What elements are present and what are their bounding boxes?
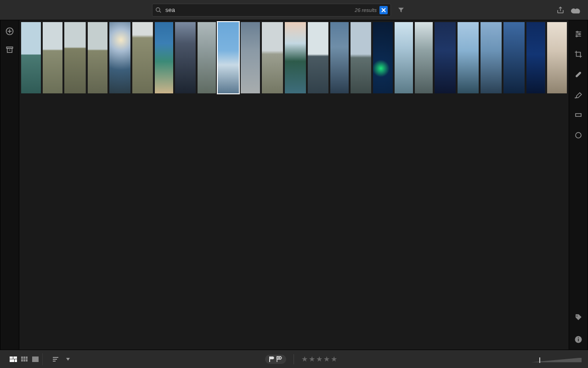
brush-icon[interactable] — [573, 89, 584, 100]
photo-thumbnail[interactable] — [308, 22, 328, 93]
photo-thumbnail[interactable] — [262, 22, 283, 93]
star-1[interactable]: ★ — [301, 355, 308, 363]
photo-thumbnail[interactable] — [155, 22, 173, 93]
photo-thumbnail[interactable] — [481, 22, 502, 93]
linear-gradient-icon[interactable] — [573, 109, 584, 121]
photo-thumbnail[interactable] — [285, 22, 306, 93]
photo-thumbnail[interactable] — [330, 22, 349, 93]
photo-thumbnail[interactable] — [547, 22, 567, 93]
flag-pick-icon[interactable] — [269, 356, 275, 362]
svg-rect-25 — [10, 359, 14, 362]
heal-icon[interactable] — [573, 69, 584, 80]
info-icon[interactable] — [573, 334, 584, 345]
view-squaregrid-button[interactable] — [19, 355, 29, 363]
svg-point-15 — [576, 35, 577, 37]
right-rail — [569, 20, 588, 350]
flag-toggle-group — [265, 355, 286, 364]
thumbnail-size-slider[interactable] — [531, 355, 582, 363]
share-icon[interactable] — [554, 4, 567, 17]
svg-point-19 — [577, 316, 577, 316]
left-rail — [0, 20, 19, 350]
main-area — [0, 20, 588, 350]
sort-button[interactable] — [50, 353, 63, 366]
svg-rect-31 — [23, 359, 25, 362]
photo-thumbnail[interactable] — [218, 22, 239, 93]
photo-thumbnail[interactable] — [373, 22, 393, 93]
photo-thumbnail[interactable] — [526, 22, 545, 93]
photo-thumbnail[interactable] — [21, 22, 41, 93]
photo-thumbnail[interactable] — [435, 22, 456, 93]
photo-thumbnail[interactable] — [198, 22, 216, 93]
svg-rect-29 — [26, 356, 28, 359]
photo-grid-scroll[interactable] — [19, 20, 569, 350]
svg-rect-32 — [26, 359, 28, 362]
svg-rect-22 — [578, 338, 579, 339]
rating-stars[interactable]: ★ ★ ★ ★ ★ — [301, 355, 337, 363]
photo-thumbnail[interactable] — [503, 22, 525, 93]
svg-rect-16 — [575, 71, 582, 78]
svg-point-18 — [576, 132, 581, 138]
photo-thumbnail[interactable] — [64, 22, 85, 93]
svg-rect-24 — [13, 356, 17, 359]
photo-thumbnail[interactable] — [132, 22, 153, 93]
bottombar: ★ ★ ★ ★ ★ — [0, 350, 588, 368]
svg-point-13 — [579, 34, 580, 35]
add-photos-icon[interactable] — [4, 26, 15, 37]
view-detail-button[interactable] — [30, 355, 40, 363]
svg-rect-26 — [15, 359, 17, 362]
svg-rect-23 — [10, 356, 13, 359]
svg-line-1 — [159, 11, 161, 12]
search-input[interactable] — [164, 6, 352, 14]
view-photogrid-button[interactable] — [8, 355, 18, 363]
crop-icon[interactable] — [573, 49, 584, 60]
search-field[interactable]: 26 results — [152, 4, 391, 17]
svg-rect-30 — [21, 359, 23, 362]
svg-rect-21 — [578, 339, 579, 341]
view-mode-group — [6, 353, 43, 365]
photo-thumbnail[interactable] — [458, 22, 479, 93]
svg-rect-28 — [23, 356, 25, 359]
svg-rect-17 — [576, 114, 581, 116]
radial-gradient-icon[interactable] — [573, 130, 584, 141]
topbar: 26 results — [0, 0, 588, 20]
photo-thumbnail[interactable] — [43, 22, 62, 93]
photo-grid — [21, 22, 567, 93]
archive-icon[interactable] — [4, 44, 15, 55]
search-result-count: 26 results — [355, 7, 377, 13]
cloud-icon[interactable] — [570, 4, 582, 17]
clear-search-button[interactable] — [379, 6, 388, 14]
photo-thumbnail[interactable] — [88, 22, 107, 93]
photo-thumbnail[interactable] — [351, 22, 371, 93]
svg-rect-33 — [32, 356, 39, 362]
star-3[interactable]: ★ — [316, 355, 322, 363]
svg-rect-27 — [21, 356, 23, 359]
star-2[interactable]: ★ — [309, 355, 315, 363]
sort-dropdown-icon[interactable] — [65, 353, 71, 366]
edit-sliders-icon[interactable] — [573, 29, 584, 40]
tag-icon[interactable] — [573, 312, 584, 323]
photo-thumbnail[interactable] — [109, 22, 130, 93]
photo-thumbnail[interactable] — [415, 22, 433, 93]
svg-point-11 — [577, 31, 578, 33]
photo-thumbnail[interactable] — [241, 22, 260, 93]
svg-point-0 — [156, 7, 160, 11]
photo-thumbnail[interactable] — [175, 22, 196, 93]
star-4[interactable]: ★ — [323, 355, 330, 363]
search-icon — [155, 7, 162, 13]
photo-thumbnail[interactable] — [395, 22, 413, 93]
filter-icon[interactable] — [395, 4, 407, 17]
star-5[interactable]: ★ — [331, 355, 337, 363]
flag-reject-icon[interactable] — [276, 356, 283, 362]
